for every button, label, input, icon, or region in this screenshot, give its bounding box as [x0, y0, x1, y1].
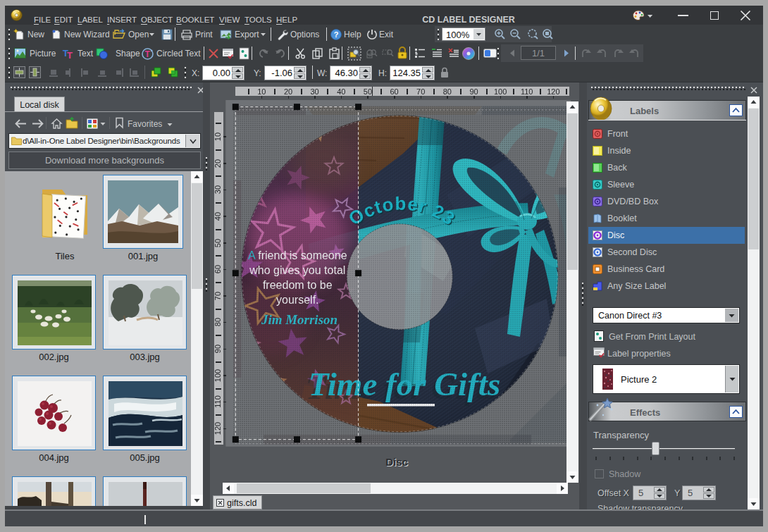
svg-text:?: ? [334, 30, 339, 39]
svg-text:T: T [145, 49, 151, 59]
svg-text:T: T [67, 50, 73, 59]
